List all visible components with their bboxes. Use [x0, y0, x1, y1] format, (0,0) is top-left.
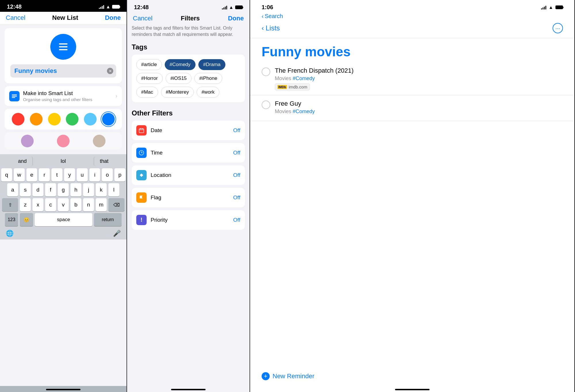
smart-list-row[interactable]: Make into Smart List Organise using tags… — [5, 86, 122, 106]
list-icon-circle[interactable] — [50, 34, 76, 60]
key-v[interactable]: v — [58, 198, 69, 211]
comedy-tag-link-2[interactable]: #Comedy — [293, 109, 315, 114]
more-icon: ··· — [555, 25, 560, 32]
new-reminder-button[interactable]: + New Reminder — [250, 366, 574, 386]
key-f[interactable]: f — [45, 183, 56, 196]
search-back-label[interactable]: Search — [265, 13, 283, 20]
input-clear-button[interactable]: ✕ — [107, 68, 113, 74]
predictive-and[interactable]: and — [12, 157, 33, 166]
filter-priority-value: Off — [233, 217, 240, 223]
more-options-button[interactable]: ··· — [553, 23, 563, 33]
filter-flag[interactable]: Flag Off — [132, 188, 245, 207]
tag-comedy[interactable]: #Comedy — [165, 59, 195, 70]
key-shift[interactable]: ⇧ — [2, 198, 18, 211]
key-w[interactable]: w — [14, 168, 25, 181]
key-p[interactable]: p — [114, 168, 125, 181]
reminder-checkbox-1[interactable] — [262, 67, 270, 76]
color-purple[interactable] — [21, 135, 34, 147]
tag-monterey[interactable]: #Monterey — [161, 87, 194, 98]
predictive-row: and lol that — [1, 157, 125, 166]
color-red[interactable] — [12, 113, 24, 125]
filters-cancel-button[interactable]: Cancel — [133, 15, 152, 22]
key-space[interactable]: space — [35, 213, 92, 226]
key-emoji[interactable]: 😊 — [20, 213, 33, 226]
key-x[interactable]: x — [32, 198, 43, 211]
key-d[interactable]: d — [32, 183, 43, 196]
key-n[interactable]: n — [83, 198, 94, 211]
tag-ios15[interactable]: #iOS15 — [166, 73, 192, 84]
key-e[interactable]: e — [26, 168, 37, 181]
tag-article[interactable]: #article — [136, 59, 162, 70]
reminder-title-1: The French Dispatch (2021) — [275, 67, 563, 74]
key-t[interactable]: t — [51, 168, 62, 181]
filters-description: Select the tags and filters for this Sma… — [132, 25, 245, 38]
list-name-input[interactable] — [10, 64, 116, 78]
key-m[interactable]: m — [96, 198, 107, 211]
tags-container: #article #Comedy #Drama #Horror #iOS15 #… — [132, 55, 245, 102]
signal-icon-2 — [222, 5, 227, 9]
key-u[interactable]: u — [77, 168, 88, 181]
new-reminder-label: New Reminder — [273, 372, 315, 380]
color-green[interactable] — [66, 113, 78, 125]
filter-priority[interactable]: ! Priority Off — [132, 210, 245, 230]
key-row-2: a s d f g h j k l — [1, 183, 125, 196]
key-delete[interactable]: ⌫ — [108, 198, 124, 211]
wifi-icon-3: ▲ — [549, 5, 553, 10]
globe-icon[interactable]: 🌐 — [6, 230, 14, 237]
reminder-checkbox-2[interactable] — [262, 101, 270, 109]
imdb-badge[interactable]: IMDb imdb.com — [275, 83, 310, 90]
done-button[interactable]: Done — [105, 14, 121, 22]
key-a[interactable]: a — [7, 183, 18, 196]
key-o[interactable]: o — [102, 168, 113, 181]
lists-button[interactable]: ‹ Lists — [262, 24, 280, 32]
key-c[interactable]: c — [45, 198, 56, 211]
filter-date[interactable]: Date Off — [132, 121, 245, 140]
color-orange[interactable] — [30, 113, 43, 125]
filter-location[interactable]: Location Off — [132, 165, 245, 185]
color-blue[interactable] — [102, 113, 115, 125]
lists-label: Lists — [266, 24, 280, 32]
color-yellow[interactable] — [48, 113, 61, 125]
back-chevron-icon: ‹ — [262, 13, 264, 20]
new-list-title: New List — [52, 14, 78, 22]
wifi-icon-1: ▲ — [106, 4, 110, 9]
color-brown[interactable] — [93, 135, 106, 147]
key-z[interactable]: z — [20, 198, 31, 211]
key-r[interactable]: r — [39, 168, 50, 181]
key-q[interactable]: q — [1, 168, 12, 181]
predictive-lol[interactable]: lol — [55, 157, 72, 166]
smart-list-text: Make into Smart List Organise using tags… — [23, 90, 116, 102]
key-k[interactable]: k — [96, 183, 107, 196]
key-return[interactable]: return — [94, 213, 122, 226]
tag-horror[interactable]: #Horror — [136, 73, 163, 84]
tag-drama[interactable]: #Drama — [198, 59, 225, 70]
new-reminder-plus-icon: + — [262, 372, 270, 380]
key-b[interactable]: b — [70, 198, 81, 211]
list-name-wrapper: ✕ — [10, 64, 116, 78]
comedy-tag-link-1[interactable]: #Comedy — [293, 76, 315, 81]
status-time-2: 12:48 — [134, 4, 149, 11]
predictive-that[interactable]: that — [94, 157, 114, 166]
filter-flag-label: Flag — [151, 194, 233, 201]
key-s[interactable]: s — [20, 183, 31, 196]
filters-done-button[interactable]: Done — [228, 15, 244, 22]
list-icon-container: ✕ — [5, 28, 122, 83]
color-pink[interactable] — [57, 135, 70, 147]
key-123[interactable]: 123 — [5, 213, 18, 226]
mic-icon[interactable]: 🎤 — [113, 230, 121, 237]
tag-mac[interactable]: #Mac — [136, 87, 158, 98]
tag-iphone[interactable]: #iPhone — [194, 73, 222, 84]
tag-work[interactable]: #work — [197, 87, 219, 98]
key-l[interactable]: l — [108, 183, 119, 196]
color-light-blue[interactable] — [84, 113, 97, 125]
reminder-content-1: The French Dispatch (2021) Movies #Comed… — [275, 67, 563, 90]
key-h[interactable]: h — [70, 183, 81, 196]
key-i[interactable]: i — [89, 168, 100, 181]
cancel-button[interactable]: Cancel — [6, 14, 25, 22]
key-y[interactable]: y — [64, 168, 75, 181]
key-j[interactable]: j — [83, 183, 94, 196]
flag-icon-svg — [139, 195, 144, 200]
filter-time[interactable]: Time Off — [132, 143, 245, 163]
key-g[interactable]: g — [58, 183, 69, 196]
status-time-3: 1:06 — [262, 4, 273, 11]
